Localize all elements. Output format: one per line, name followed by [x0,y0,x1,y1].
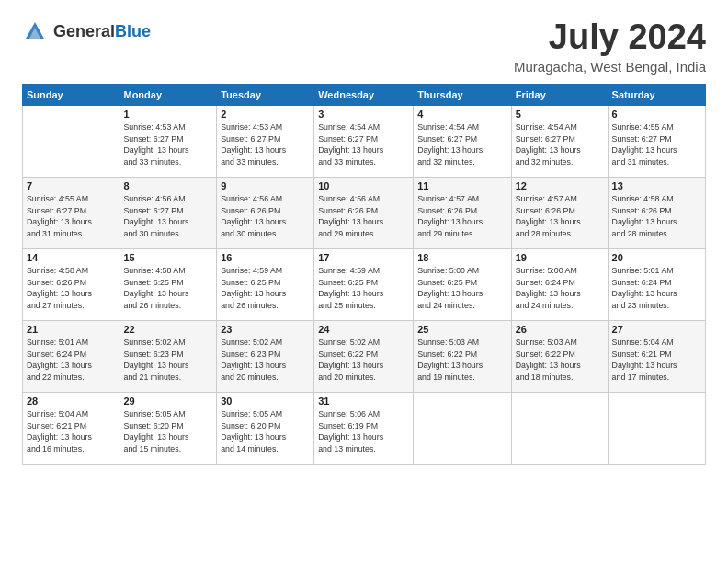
day-cell: 22Sunrise: 5:02 AM Sunset: 6:23 PM Dayli… [119,320,217,392]
day-cell [608,392,705,464]
day-cell: 31Sunrise: 5:06 AM Sunset: 6:19 PM Dayli… [314,392,414,464]
header-cell-monday: Monday [119,84,217,105]
day-cell: 17Sunrise: 4:59 AM Sunset: 6:25 PM Dayli… [314,248,414,320]
day-number: 7 [27,180,115,191]
day-cell: 15Sunrise: 4:58 AM Sunset: 6:25 PM Dayli… [119,248,217,320]
logo-blue: Blue [115,22,151,40]
day-info: Sunrise: 4:56 AM Sunset: 6:26 PM Dayligh… [318,193,409,240]
day-number: 14 [27,252,115,263]
day-number: 24 [318,324,409,335]
day-number: 16 [221,252,310,263]
day-info: Sunrise: 5:06 AM Sunset: 6:19 PM Dayligh… [318,408,409,455]
day-number: 27 [612,324,701,335]
day-number: 25 [417,324,507,335]
week-row-1: 1Sunrise: 4:53 AM Sunset: 6:27 PM Daylig… [23,105,706,177]
day-number: 26 [516,324,604,335]
day-cell: 8Sunrise: 4:56 AM Sunset: 6:27 PM Daylig… [119,177,217,248]
day-info: Sunrise: 4:58 AM Sunset: 6:26 PM Dayligh… [27,265,115,312]
day-cell: 24Sunrise: 5:02 AM Sunset: 6:22 PM Dayli… [314,320,414,392]
day-number: 2 [221,109,310,120]
logo: GeneralBlue [22,18,151,44]
day-number: 15 [123,252,212,263]
day-cell: 3Sunrise: 4:54 AM Sunset: 6:27 PM Daylig… [314,105,414,177]
day-info: Sunrise: 4:59 AM Sunset: 6:25 PM Dayligh… [318,265,409,312]
day-cell: 14Sunrise: 4:58 AM Sunset: 6:26 PM Dayli… [23,248,119,320]
location-title: Muragacha, West Bengal, India [514,59,706,75]
calendar-table: SundayMondayTuesdayWednesdayThursdayFrid… [22,84,706,465]
day-cell: 10Sunrise: 4:56 AM Sunset: 6:26 PM Dayli… [314,177,414,248]
day-cell: 1Sunrise: 4:53 AM Sunset: 6:27 PM Daylig… [119,105,217,177]
day-number: 5 [516,109,604,120]
day-cell: 27Sunrise: 5:04 AM Sunset: 6:21 PM Dayli… [608,320,705,392]
day-info: Sunrise: 4:55 AM Sunset: 6:27 PM Dayligh… [27,193,115,240]
day-cell: 9Sunrise: 4:56 AM Sunset: 6:26 PM Daylig… [217,177,314,248]
calendar-page: GeneralBlue July 2024 Muragacha, West Be… [0,0,728,563]
day-info: Sunrise: 4:53 AM Sunset: 6:27 PM Dayligh… [123,121,212,168]
day-cell: 4Sunrise: 4:54 AM Sunset: 6:27 PM Daylig… [414,105,512,177]
day-number: 1 [123,109,212,120]
day-number: 6 [612,109,701,120]
day-cell: 30Sunrise: 5:05 AM Sunset: 6:20 PM Dayli… [217,392,314,464]
day-number: 3 [318,109,409,120]
header-cell-sunday: Sunday [23,84,119,105]
day-info: Sunrise: 5:00 AM Sunset: 6:25 PM Dayligh… [417,265,507,312]
day-info: Sunrise: 4:54 AM Sunset: 6:27 PM Dayligh… [516,121,604,168]
day-info: Sunrise: 5:05 AM Sunset: 6:20 PM Dayligh… [221,408,310,455]
day-cell: 26Sunrise: 5:03 AM Sunset: 6:22 PM Dayli… [511,320,608,392]
day-cell: 5Sunrise: 4:54 AM Sunset: 6:27 PM Daylig… [511,105,608,177]
day-info: Sunrise: 4:55 AM Sunset: 6:27 PM Dayligh… [612,121,701,168]
day-info: Sunrise: 4:58 AM Sunset: 6:26 PM Dayligh… [612,193,701,240]
day-number: 29 [123,396,212,407]
week-row-4: 21Sunrise: 5:01 AM Sunset: 6:24 PM Dayli… [23,320,706,392]
day-number: 31 [318,396,409,407]
day-cell: 12Sunrise: 4:57 AM Sunset: 6:26 PM Dayli… [511,177,608,248]
day-number: 19 [516,252,604,263]
day-info: Sunrise: 5:02 AM Sunset: 6:23 PM Dayligh… [123,337,212,384]
logo-text: GeneralBlue [53,22,151,41]
day-number: 4 [417,109,507,120]
day-info: Sunrise: 4:53 AM Sunset: 6:27 PM Dayligh… [221,121,310,168]
header-cell-saturday: Saturday [608,84,705,105]
logo-general: General [53,22,115,40]
day-info: Sunrise: 4:54 AM Sunset: 6:27 PM Dayligh… [318,121,409,168]
header-row: SundayMondayTuesdayWednesdayThursdayFrid… [23,84,706,105]
day-number: 21 [27,324,115,335]
logo-icon [22,18,48,44]
day-cell: 11Sunrise: 4:57 AM Sunset: 6:26 PM Dayli… [414,177,512,248]
day-cell: 23Sunrise: 5:02 AM Sunset: 6:23 PM Dayli… [217,320,314,392]
day-cell [23,105,119,177]
day-cell: 16Sunrise: 4:59 AM Sunset: 6:25 PM Dayli… [217,248,314,320]
day-cell: 18Sunrise: 5:00 AM Sunset: 6:25 PM Dayli… [414,248,512,320]
day-number: 28 [27,396,115,407]
day-cell [414,392,512,464]
day-number: 20 [612,252,701,263]
day-cell: 7Sunrise: 4:55 AM Sunset: 6:27 PM Daylig… [23,177,119,248]
day-info: Sunrise: 5:05 AM Sunset: 6:20 PM Dayligh… [123,408,212,455]
header-cell-thursday: Thursday [414,84,512,105]
day-cell: 19Sunrise: 5:00 AM Sunset: 6:24 PM Dayli… [511,248,608,320]
week-row-2: 7Sunrise: 4:55 AM Sunset: 6:27 PM Daylig… [23,177,706,248]
day-cell: 28Sunrise: 5:04 AM Sunset: 6:21 PM Dayli… [23,392,119,464]
header-cell-tuesday: Tuesday [217,84,314,105]
day-info: Sunrise: 4:58 AM Sunset: 6:25 PM Dayligh… [123,265,212,312]
header-cell-wednesday: Wednesday [314,84,414,105]
header-cell-friday: Friday [511,84,608,105]
day-number: 8 [123,180,212,191]
day-cell [511,392,608,464]
day-info: Sunrise: 4:56 AM Sunset: 6:26 PM Dayligh… [221,193,310,240]
day-info: Sunrise: 5:02 AM Sunset: 6:22 PM Dayligh… [318,337,409,384]
week-row-5: 28Sunrise: 5:04 AM Sunset: 6:21 PM Dayli… [23,392,706,464]
title-block: July 2024 Muragacha, West Bengal, India [514,18,706,75]
day-info: Sunrise: 5:01 AM Sunset: 6:24 PM Dayligh… [27,337,115,384]
day-number: 30 [221,396,310,407]
day-cell: 6Sunrise: 4:55 AM Sunset: 6:27 PM Daylig… [608,105,705,177]
day-info: Sunrise: 4:56 AM Sunset: 6:27 PM Dayligh… [123,193,212,240]
day-info: Sunrise: 5:00 AM Sunset: 6:24 PM Dayligh… [516,265,604,312]
day-info: Sunrise: 4:57 AM Sunset: 6:26 PM Dayligh… [417,193,507,240]
day-info: Sunrise: 5:04 AM Sunset: 6:21 PM Dayligh… [27,408,115,455]
day-info: Sunrise: 5:02 AM Sunset: 6:23 PM Dayligh… [221,337,310,384]
day-info: Sunrise: 5:04 AM Sunset: 6:21 PM Dayligh… [612,337,701,384]
day-number: 12 [516,180,604,191]
day-info: Sunrise: 5:01 AM Sunset: 6:24 PM Dayligh… [612,265,701,312]
day-number: 10 [318,180,409,191]
